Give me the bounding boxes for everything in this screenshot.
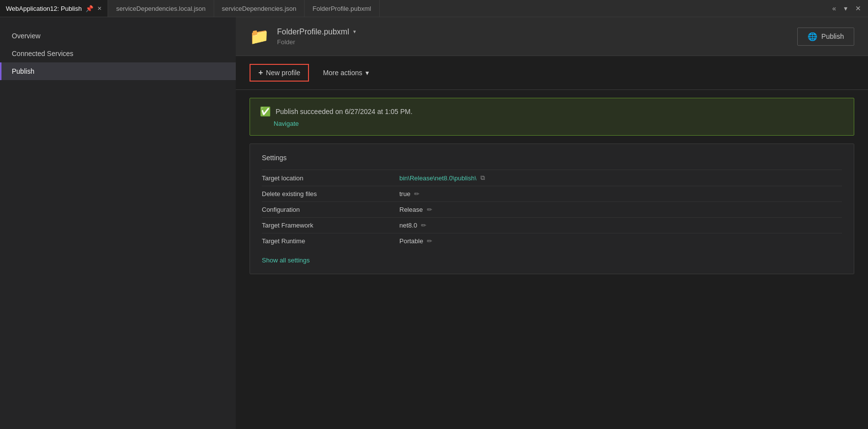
- dropdown-btn[interactable]: ▾: [841, 2, 850, 14]
- settings-card: Settings Target location bin\Release\net…: [250, 143, 854, 274]
- settings-row-target-location: Target location bin\Release\net8.0\publi…: [262, 170, 842, 186]
- profile-type: Folder: [277, 38, 797, 46]
- new-profile-label: New profile: [266, 69, 300, 77]
- edit-icon[interactable]: ✏: [414, 190, 420, 198]
- active-tab-label: WebApplication12: Publish: [6, 5, 82, 12]
- settings-label-target-runtime: Target Runtime: [262, 237, 399, 245]
- settings-label-target-location: Target location: [262, 174, 399, 182]
- settings-value-target-framework: net8.0 ✏: [399, 222, 842, 229]
- new-profile-button[interactable]: + New profile: [250, 64, 309, 82]
- sidebar-item-label: Connected Services: [12, 50, 73, 57]
- tab-label: FolderProfile.pubxml: [312, 5, 371, 12]
- settings-value-configuration: Release ✏: [399, 206, 842, 213]
- tab-service-dep[interactable]: serviceDependencies.json: [214, 0, 305, 17]
- title-bar-actions: « ▾ ✕: [829, 2, 868, 14]
- profile-name-row: FolderProfile.pubxml ▾: [277, 28, 797, 36]
- tab-label: serviceDependencies.json: [222, 5, 297, 12]
- close-icon[interactable]: ✕: [97, 5, 102, 12]
- sidebar: Overview Connected Services Publish: [0, 17, 236, 429]
- settings-value-target-location: bin\Release\net8.0\publish\ ⧉: [399, 174, 842, 182]
- profile-filename: FolderProfile.pubxml: [277, 28, 349, 36]
- edit-icon[interactable]: ✏: [421, 222, 426, 229]
- title-bar: WebApplication12: Publish 📌 ✕ serviceDep…: [0, 0, 868, 17]
- settings-value-delete-files: true ✏: [399, 190, 842, 198]
- more-actions-label: More actions: [323, 69, 362, 77]
- show-all-settings-link[interactable]: Show all settings: [262, 257, 310, 264]
- actions-bar: + New profile More actions ▾: [236, 56, 868, 90]
- settings-row-delete-files: Delete existing files true ✏: [262, 186, 842, 201]
- publish-globe-icon: 🌐: [808, 32, 817, 41]
- settings-row-configuration: Configuration Release ✏: [262, 201, 842, 217]
- edit-icon[interactable]: ✏: [427, 206, 432, 213]
- active-tab[interactable]: WebApplication12: Publish 📌 ✕: [0, 0, 108, 17]
- settings-value-target-runtime: Portable ✏: [399, 237, 842, 245]
- edit-icon[interactable]: ✏: [427, 237, 432, 245]
- settings-label-delete-files: Delete existing files: [262, 190, 399, 198]
- sidebar-item-label: Overview: [12, 32, 40, 40]
- more-actions-button[interactable]: More actions ▾: [315, 65, 376, 80]
- sidebar-item-connected-services[interactable]: Connected Services: [0, 45, 236, 62]
- tab-service-dep-local[interactable]: serviceDependencies.local.json: [108, 0, 214, 17]
- profile-header: 📁 FolderProfile.pubxml ▾ Folder 🌐 Publis…: [236, 17, 868, 56]
- tab-label: serviceDependencies.local.json: [116, 5, 205, 12]
- settings-row-target-framework: Target Framework net8.0 ✏: [262, 217, 842, 233]
- tab-folder-profile[interactable]: FolderProfile.pubxml: [305, 0, 379, 17]
- chevron-down-icon[interactable]: ▾: [353, 29, 356, 35]
- overflow-left-btn[interactable]: «: [829, 2, 839, 14]
- sidebar-item-overview[interactable]: Overview: [0, 27, 236, 45]
- navigate-link[interactable]: Navigate: [274, 120, 844, 127]
- settings-row-target-runtime: Target Runtime Portable ✏: [262, 233, 842, 249]
- folder-icon: 📁: [250, 27, 269, 46]
- sidebar-item-publish[interactable]: Publish: [0, 62, 236, 80]
- copy-icon[interactable]: ⧉: [480, 174, 485, 182]
- pin-icon[interactable]: 📌: [85, 5, 93, 12]
- settings-title: Settings: [262, 154, 842, 162]
- success-header: ✅ Publish succeeded on 6/27/2024 at 1:05…: [260, 106, 844, 117]
- plus-icon: +: [258, 68, 263, 77]
- success-banner: ✅ Publish succeeded on 6/27/2024 at 1:05…: [250, 98, 854, 136]
- sidebar-item-label: Publish: [12, 67, 34, 75]
- success-message: Publish succeeded on 6/27/2024 at 1:05 P…: [276, 108, 413, 115]
- settings-label-target-framework: Target Framework: [262, 222, 399, 229]
- publish-btn-label: Publish: [821, 32, 844, 40]
- success-check-icon: ✅: [260, 106, 271, 117]
- chevron-down-icon: ▾: [365, 69, 369, 77]
- main-content: 📁 FolderProfile.pubxml ▾ Folder 🌐 Publis…: [236, 17, 868, 429]
- layout: Overview Connected Services Publish 📁 Fo…: [0, 17, 868, 429]
- publish-button[interactable]: 🌐 Publish: [797, 28, 854, 46]
- profile-info: FolderProfile.pubxml ▾ Folder: [277, 28, 797, 46]
- settings-label-configuration: Configuration: [262, 206, 399, 213]
- overflow-right-btn[interactable]: ✕: [852, 2, 864, 14]
